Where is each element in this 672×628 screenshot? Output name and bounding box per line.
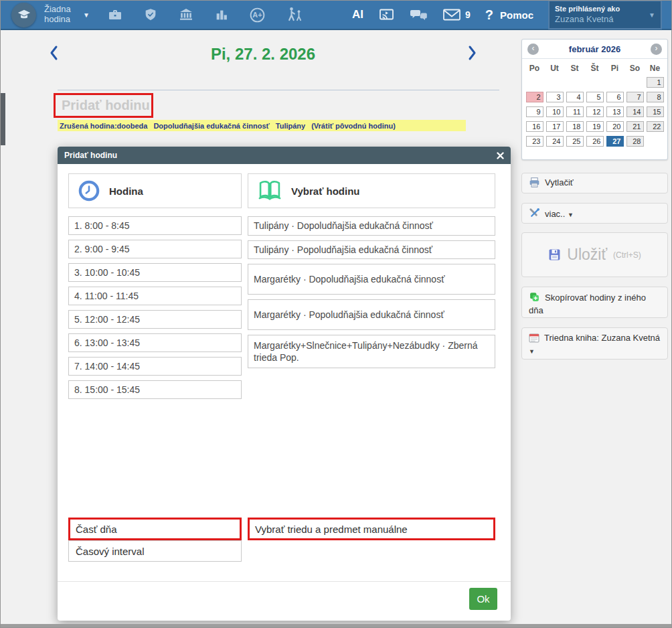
copy-lessons-button[interactable]: Skopírovať hodiny z iného dňa [521, 287, 668, 318]
calendar-day-26[interactable]: 26 [586, 136, 604, 147]
calendar-day-1[interactable]: 1 [647, 77, 664, 88]
briefcase-icon[interactable] [107, 7, 123, 23]
bar-chart-icon[interactable] [214, 7, 229, 23]
lesson-option-5[interactable]: Margarétky+Slnečnice+Tulipány+Nezábudky … [248, 335, 495, 368]
chat-icon[interactable] [410, 7, 428, 23]
clock-icon [78, 179, 100, 202]
period-option-1[interactable]: 1. 8:00 - 8:45 [68, 216, 242, 235]
restore-lesson-link[interactable]: (Vrátiť pôvodnú hodinu) [311, 122, 396, 130]
class-book-icon [529, 333, 539, 343]
ai-button[interactable]: AI [352, 8, 363, 21]
period-option-7[interactable]: 7. 14:00 - 14:45 [68, 357, 242, 376]
calendar-week-row: 232425262728 [522, 136, 667, 147]
current-lesson-selector[interactable]: Žiadna hodina ▼ [44, 5, 90, 25]
calendar-day-empty [566, 77, 584, 88]
period-option-3[interactable]: 3. 10:00 - 10:45 [68, 263, 242, 282]
calendar-header: ‹ február 2026 › [522, 40, 667, 59]
calendar-day-28[interactable]: 28 [626, 136, 644, 147]
calendar-day-11[interactable]: 11 [566, 106, 584, 117]
calendar-day-empty [546, 77, 564, 88]
cancelled-lesson-notice: Zrušená hodina:doobeda Dopoludňajšia edu… [58, 120, 466, 131]
period-option-5[interactable]: 5. 12:00 - 12:45 [68, 310, 242, 329]
cancelled-class: Tulipány [276, 122, 305, 130]
period-option-4[interactable]: 4. 11:00 - 11:45 [68, 287, 242, 305]
side-panel-handle[interactable] [1, 93, 5, 145]
printer-icon [529, 177, 540, 187]
divider [58, 90, 499, 90]
calendar-week-row: 16171819202122 [522, 121, 667, 132]
calendar-day-15[interactable]: 15 [647, 106, 664, 117]
mail-button[interactable]: 9 [442, 7, 471, 22]
calendar-prev-icon[interactable]: ‹ [527, 44, 539, 55]
calendar-day-9[interactable]: 9 [526, 106, 543, 117]
lesson-option-2[interactable]: Tulipány · Popoludňajšia edukačná činnos… [248, 240, 495, 260]
period-option-8[interactable]: 8. 15:00 - 15:45 [68, 380, 242, 399]
students-walking-icon[interactable] [286, 6, 305, 23]
calendar-day-24[interactable]: 24 [546, 136, 564, 147]
calendar-day-12[interactable]: 12 [586, 106, 604, 117]
lesson-option-4[interactable]: Margarétky · Popoludňajšia edukačná činn… [248, 299, 495, 330]
calendar-day-8[interactable]: 8 [647, 92, 664, 102]
lesson-column: Vybrať hodinu Tulipány · Dopoludňajšia e… [248, 173, 495, 373]
envelope-icon [442, 7, 461, 22]
grades-aplus-icon[interactable]: A+ [249, 7, 266, 23]
calendar-day-5[interactable]: 5 [586, 92, 604, 102]
more-label: viac.. [545, 209, 565, 219]
next-day-button[interactable] [468, 45, 477, 64]
calendar-day-13[interactable]: 13 [606, 106, 624, 117]
close-icon[interactable] [497, 152, 504, 159]
calendar-day-10[interactable]: 10 [546, 106, 564, 117]
calendar-next-icon[interactable]: › [651, 44, 662, 55]
save-label: Uložiť [567, 246, 607, 264]
calendar-day-25[interactable]: 25 [566, 136, 584, 147]
add-lesson-dialog: Pridať hodinu Hodina 1. 8:00 - 8:45 2. 9… [58, 147, 511, 621]
class-book-button[interactable]: Triedna kniha: Zuzana Kvetná ▼ [521, 327, 668, 360]
lesson-option-1[interactable]: Tulipány · Dopoludňajšia edukačná činnos… [248, 216, 495, 236]
calendar-day-27[interactable]: 27 [606, 136, 624, 147]
tools-icon [529, 208, 540, 219]
calendar-day-16[interactable]: 16 [526, 121, 543, 132]
part-of-day-button-highlighted[interactable]: Časť dňa [68, 518, 242, 540]
calendar-day-20[interactable]: 20 [606, 121, 624, 132]
calendar-day-17[interactable]: 17 [546, 121, 564, 132]
screencast-icon[interactable] [378, 7, 395, 23]
shield-check-icon[interactable] [143, 7, 158, 23]
calendar-day-empty [526, 77, 543, 88]
app-logo[interactable] [11, 3, 36, 27]
calendar-day-18[interactable]: 18 [566, 121, 584, 132]
ok-button[interactable]: Ok [469, 588, 497, 610]
chevron-down-icon: ▼ [649, 11, 655, 19]
calendar-dayname: So [626, 64, 644, 73]
calendar-day-3[interactable]: 3 [546, 92, 564, 102]
topbar-right: AI 9 [352, 0, 662, 29]
lesson-option-3[interactable]: Margarétky · Dopoludňajšia edukačná činn… [248, 264, 495, 295]
period-option-6[interactable]: 6. 13:00 - 13:45 [68, 333, 242, 352]
save-button[interactable]: Uložiť (Ctrl+S) [521, 232, 668, 277]
svg-text:A+: A+ [252, 11, 262, 19]
manual-select-button-highlighted[interactable]: Vybrať triedu a predmet manuálne [248, 518, 495, 540]
calendar-day-6[interactable]: 6 [606, 92, 624, 102]
class-book-label: Triedna kniha: Zuzana Kvetná [544, 333, 660, 343]
period-option-2[interactable]: 2. 9:00 - 9:45 [68, 240, 242, 258]
user-menu[interactable]: Ste prihlásený ako Zuzana Kvetná ▼ [548, 0, 662, 29]
previous-day-button[interactable] [49, 45, 58, 64]
save-shortcut: (Ctrl+S) [613, 250, 641, 260]
calendar-grid: 1234567891011121314151617181920212223242… [522, 77, 667, 147]
calendar-day-23[interactable]: 23 [526, 136, 543, 147]
calendar-dayname: Po [526, 64, 543, 73]
help-button[interactable]: ? Pomoc [485, 7, 533, 23]
institution-icon[interactable] [178, 7, 194, 23]
calendar-day-22[interactable]: 22 [647, 121, 664, 132]
add-lesson-field-highlighted[interactable]: Pridať hodinu [54, 93, 153, 118]
calendar-day-19[interactable]: 19 [586, 121, 604, 132]
calendar-day-14[interactable]: 14 [626, 106, 644, 117]
calendar-day-21[interactable]: 21 [626, 121, 644, 132]
chevron-down-icon: ▼ [568, 212, 574, 218]
calendar-day-2[interactable]: 2 [526, 92, 543, 102]
calendar-day-4[interactable]: 4 [566, 92, 584, 102]
calendar-day-7[interactable]: 7 [626, 92, 644, 102]
more-button[interactable]: viac.. ▼ [521, 203, 668, 224]
print-button[interactable]: Vytlačiť [521, 173, 668, 193]
time-interval-button[interactable]: Časový interval [68, 540, 242, 562]
question-icon: ? [485, 7, 493, 23]
